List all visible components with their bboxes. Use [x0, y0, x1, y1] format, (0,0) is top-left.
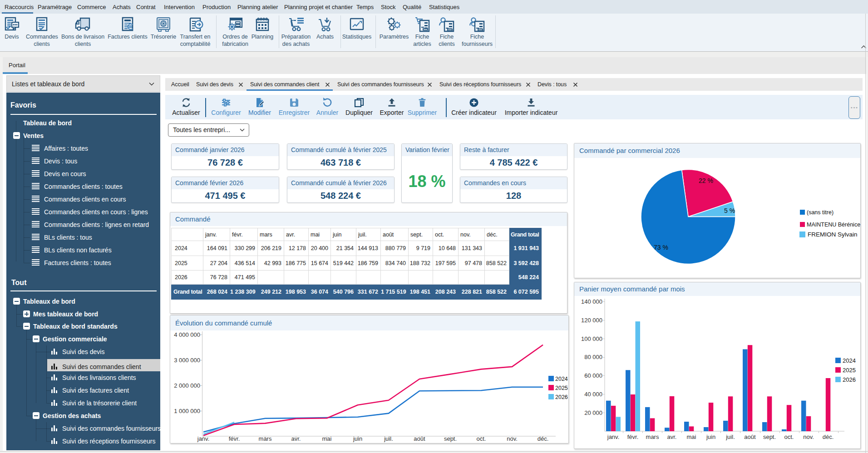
- svg-text:140 000: 140 000: [581, 298, 602, 305]
- svg-text:2024: 2024: [843, 357, 856, 364]
- svg-text:sept.: sept.: [763, 433, 776, 440]
- svg-text:FREMION Sylvain: FREMION Sylvain: [808, 231, 858, 238]
- svg-text:2026: 2026: [843, 376, 856, 383]
- svg-text:40 000: 40 000: [584, 391, 602, 398]
- svg-text:4 000 000: 4 000 000: [174, 331, 200, 338]
- svg-text:mars: mars: [646, 433, 659, 440]
- svg-text:5 %: 5 %: [724, 207, 735, 214]
- svg-text:nov.: nov.: [803, 433, 814, 440]
- svg-text:déc.: déc.: [538, 435, 549, 442]
- svg-text:20 000: 20 000: [584, 409, 602, 416]
- svg-text:janv.: janv.: [607, 433, 620, 440]
- svg-text:août: août: [414, 435, 425, 442]
- svg-text:août: août: [744, 433, 756, 440]
- svg-text:oct.: oct.: [784, 433, 794, 440]
- svg-text:MAINTENU Bérénice: MAINTENU Bérénice: [807, 222, 860, 228]
- svg-text:2024: 2024: [555, 376, 568, 382]
- svg-text:juil.: juil.: [384, 435, 393, 442]
- svg-text:80 000: 80 000: [584, 354, 602, 360]
- svg-text:mai: mai: [687, 433, 696, 440]
- svg-text:mars: mars: [259, 435, 272, 442]
- svg-text:févr.: févr.: [229, 435, 240, 442]
- svg-text:73 %: 73 %: [654, 244, 668, 251]
- svg-text:100 000: 100 000: [581, 335, 602, 342]
- svg-text:60 000: 60 000: [584, 372, 602, 379]
- svg-text:mai: mai: [322, 435, 332, 442]
- svg-text:déc.: déc.: [823, 433, 834, 440]
- svg-text:22 %: 22 %: [699, 177, 713, 184]
- svg-text:juil.: juil.: [725, 433, 735, 440]
- svg-text:janv.: janv.: [197, 435, 210, 442]
- svg-text:févr.: févr.: [627, 433, 639, 440]
- svg-text:2025: 2025: [555, 385, 568, 391]
- svg-text:avr.: avr.: [291, 435, 301, 442]
- svg-text:2025: 2025: [843, 367, 856, 374]
- svg-text:nov.: nov.: [507, 435, 518, 442]
- svg-text:sept.: sept.: [444, 435, 457, 442]
- svg-text:juin: juin: [706, 433, 715, 440]
- svg-text:2026: 2026: [555, 394, 568, 400]
- svg-text:3 000 000: 3 000 000: [174, 357, 200, 364]
- svg-text:avr.: avr.: [667, 433, 677, 440]
- svg-text:oct.: oct.: [477, 435, 486, 442]
- svg-text:(sans titre): (sans titre): [807, 209, 833, 216]
- svg-text:juin: juin: [353, 435, 362, 442]
- svg-text:120 000: 120 000: [581, 317, 602, 324]
- svg-text:2 000 000: 2 000 000: [174, 382, 200, 389]
- svg-text:1 000 000: 1 000 000: [174, 408, 200, 414]
